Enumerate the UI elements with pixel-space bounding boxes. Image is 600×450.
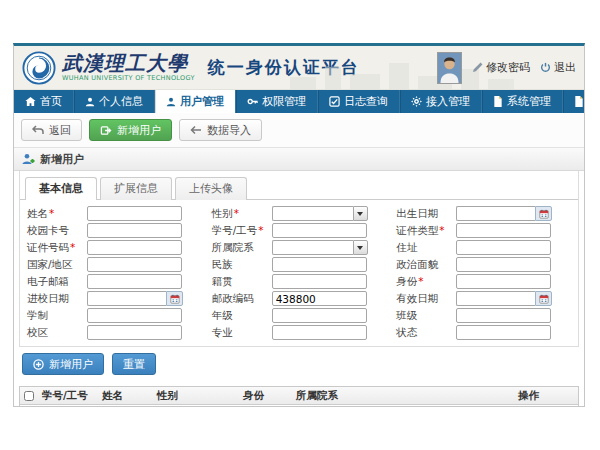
nav-item-profile[interactable]: 个人信息	[74, 90, 155, 113]
email-input[interactable]	[87, 274, 182, 289]
birth-date-input[interactable]	[456, 206, 535, 221]
field-label: 进校日期	[27, 292, 69, 304]
calendar-icon[interactable]	[535, 206, 552, 221]
col-header-department: 所属院系	[292, 389, 514, 403]
field-label: 证件类型	[396, 224, 438, 236]
add-user-button[interactable]: 新增用户	[89, 119, 172, 141]
page-header: 武漢理工大學 WUHAN UNIVERSITY OF TECHNOLOGY 统一…	[14, 46, 584, 90]
form-field: 民族	[207, 257, 392, 272]
platform-title: 统一身份认证平台	[208, 56, 360, 79]
section-title: 新增用户	[40, 152, 84, 167]
form-field: 校区	[22, 325, 207, 340]
university-name-en: WUHAN UNIVERSITY OF TECHNOLOGY	[62, 75, 195, 82]
valid-date-input[interactable]	[456, 291, 535, 306]
field-label: 邮政编码	[212, 292, 254, 304]
identity-input[interactable]	[456, 274, 551, 289]
field-label: 学制	[27, 309, 48, 321]
field-label: 姓名	[27, 207, 48, 219]
document-icon	[493, 96, 503, 107]
schooling-length-input[interactable]	[87, 308, 182, 323]
form-actions: 新增用户 重置	[14, 347, 584, 381]
user-avatar[interactable]	[437, 52, 462, 84]
reset-button[interactable]: 重置	[112, 353, 156, 375]
tab-basic-info[interactable]: 基本信息	[25, 177, 97, 200]
grade-input[interactable]	[272, 308, 367, 323]
tab-upload-avatar[interactable]: 上传头像	[175, 177, 247, 200]
field-label: 籍贯	[212, 275, 233, 287]
logout-link[interactable]: 退出	[540, 60, 576, 75]
calendar-icon[interactable]	[535, 291, 552, 306]
department-select[interactable]	[272, 240, 353, 255]
form-field: 所属院系	[207, 240, 392, 255]
field-label: 校园卡号	[27, 224, 69, 236]
select-all-checkbox[interactable]	[24, 391, 34, 401]
ethnicity-input[interactable]	[272, 257, 367, 272]
class-input[interactable]	[456, 308, 551, 323]
user-add-icon	[22, 153, 35, 165]
field-label: 证件号码	[27, 241, 69, 253]
change-password-link[interactable]: 修改密码	[472, 60, 530, 75]
document-icon	[574, 96, 584, 107]
political-status-input[interactable]	[456, 257, 551, 272]
required-mark: *	[49, 207, 54, 219]
id-number-input[interactable]	[87, 240, 182, 255]
col-header-gender: 性别	[153, 389, 239, 403]
form-column-right: 出生日期 证件类型* 住址 政治面貌 身份* 有效日期 班级 状态	[391, 206, 576, 342]
nav-item-access-mgmt[interactable]: 接入管理	[400, 90, 482, 113]
status-input[interactable]	[456, 325, 551, 340]
form-field: 出生日期	[391, 206, 576, 221]
back-button[interactable]: 返回	[21, 119, 82, 141]
form-field: 状态	[391, 325, 576, 340]
form-field: 电子邮箱	[22, 274, 207, 289]
required-mark: *	[258, 224, 263, 236]
student-id-input[interactable]	[272, 223, 367, 238]
tab-extended-info[interactable]: 扩展信息	[100, 177, 172, 200]
form-field: 姓名*	[22, 206, 207, 221]
dropdown-arrow-icon[interactable]	[353, 206, 368, 221]
key-icon	[247, 96, 258, 107]
field-label: 有效日期	[396, 292, 438, 304]
form-field: 校园卡号	[22, 223, 207, 238]
app-window: 武漢理工大學 WUHAN UNIVERSITY OF TECHNOLOGY 统一…	[13, 43, 585, 407]
gear-icon	[411, 96, 422, 107]
main-nav: 首页 个人信息 用户管理 权限管理 日志查询 接入管理 系统管理 订阅管理	[14, 90, 584, 113]
col-header-actions: 操作	[514, 389, 578, 403]
results-table: 学号/工号 姓名 性别 身份 所属院系 操作	[19, 386, 579, 407]
address-input[interactable]	[456, 240, 551, 255]
form-field: 进校日期	[22, 291, 207, 306]
required-mark: *	[234, 207, 239, 219]
form-field: 住址	[391, 240, 576, 255]
form-field: 证件类型*	[391, 223, 576, 238]
submit-add-user-button[interactable]: 新增用户	[22, 353, 104, 375]
calendar-icon[interactable]	[166, 291, 183, 306]
gender-select[interactable]	[272, 206, 353, 221]
form-field: 学制	[22, 308, 207, 323]
user-icon	[166, 97, 176, 107]
postal-code-input[interactable]	[272, 291, 367, 306]
field-label: 出生日期	[396, 207, 438, 219]
campus-input[interactable]	[87, 325, 182, 340]
name-input[interactable]	[87, 206, 182, 221]
id-type-input[interactable]	[456, 223, 551, 238]
nav-item-system-mgmt[interactable]: 系统管理	[482, 90, 563, 113]
nav-item-subscription-mgmt[interactable]: 订阅管理	[563, 90, 585, 113]
field-label: 学号/工号	[212, 224, 258, 236]
form-field: 专业	[207, 325, 392, 340]
nav-item-user-mgmt[interactable]: 用户管理	[155, 90, 236, 113]
field-label: 状态	[396, 326, 417, 338]
major-input[interactable]	[272, 325, 367, 340]
field-label: 性别	[212, 207, 233, 219]
nav-item-log-query[interactable]: 日志查询	[318, 90, 400, 113]
enroll-date-input[interactable]	[87, 291, 166, 306]
country-region-input[interactable]	[87, 257, 182, 272]
field-label: 国家/地区	[27, 258, 73, 270]
field-label: 年级	[212, 309, 233, 321]
basic-info-form: 姓名* 校园卡号 证件号码* 国家/地区 电子邮箱 进校日期 学制 校区 性别*…	[20, 200, 578, 346]
form-field: 证件号码*	[22, 240, 207, 255]
dropdown-arrow-icon[interactable]	[353, 240, 368, 255]
data-import-button[interactable]: 数据导入	[179, 119, 262, 141]
nav-item-home[interactable]: 首页	[14, 90, 74, 113]
campus-card-input[interactable]	[87, 223, 182, 238]
nav-item-permission-mgmt[interactable]: 权限管理	[236, 90, 318, 113]
native-place-input[interactable]	[272, 274, 367, 289]
